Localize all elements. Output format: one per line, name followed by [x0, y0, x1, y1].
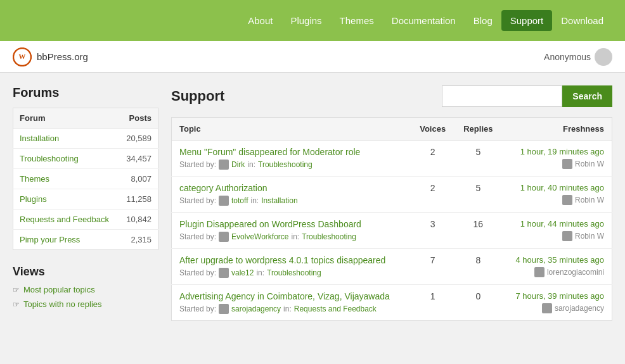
nav-support[interactable]: Support	[501, 10, 553, 31]
nav-themes[interactable]: Themes	[331, 10, 383, 31]
starter-link[interactable]: vale12	[231, 268, 254, 277]
freshness-time: 4 hours, 35 minutes ago	[510, 255, 604, 265]
topic-meta: Started by: sarojadagency in: Requests a…	[179, 304, 403, 314]
topic-title-cell: Menu "Forum" disappeared for Moderator r…	[172, 141, 411, 177]
forums-table: Forum Posts Installation 20,589 Troubles…	[13, 108, 158, 250]
freshness-col-header: Freshness	[502, 118, 612, 141]
forum-category-link[interactable]: Installation	[261, 196, 297, 205]
site-logo[interactable]: W bbPress.org	[13, 47, 88, 66]
view-item: ☞ Most popular topics	[13, 285, 158, 294]
forum-posts-cell: 8,007	[119, 169, 158, 189]
last-user-name: Robin W	[575, 232, 604, 241]
starter-avatar	[219, 232, 229, 242]
freshness-user: Robin W	[510, 195, 604, 205]
forum-link[interactable]: Installation	[20, 134, 59, 143]
forum-link[interactable]: Plugins	[20, 194, 47, 204]
started-by-label: Started by:	[179, 268, 216, 277]
replies-cell: 0	[454, 285, 501, 321]
started-by-label: Started by:	[179, 196, 216, 205]
in-label: in:	[292, 232, 300, 241]
topic-title-link[interactable]: Plugin Disappeared on WordPress Dashboar…	[179, 219, 403, 229]
replies-cell: 5	[454, 141, 501, 177]
search-input[interactable]	[442, 85, 562, 107]
forum-link[interactable]: Pimp your Press	[20, 235, 80, 244]
forum-category-link[interactable]: Troubleshooting	[267, 268, 321, 277]
topic-meta: Started by: vale12 in: Troubleshooting	[179, 268, 403, 278]
starter-link[interactable]: totoff	[231, 196, 248, 205]
in-label: in:	[247, 160, 255, 169]
starter-link[interactable]: EvolveWorkforce	[231, 232, 288, 241]
topic-title-cell: category Authorization Started by: totof…	[172, 177, 411, 213]
topics-table: Topic Voices Replies Freshness Menu "For…	[171, 117, 612, 321]
started-by-label: Started by:	[179, 160, 216, 169]
forum-row: Troubleshooting 34,457	[13, 149, 158, 169]
content-title: Support	[171, 88, 224, 104]
nav-documentation[interactable]: Documentation	[383, 10, 465, 31]
posts-col-header: Posts	[119, 108, 158, 129]
freshness-time: 1 hour, 40 minutes ago	[510, 183, 604, 192]
last-user-name: Robin W	[575, 160, 604, 168]
nav-plugins[interactable]: Plugins	[281, 10, 330, 31]
freshness-time: 1 hour, 44 minutes ago	[510, 219, 604, 229]
forum-link[interactable]: Themes	[20, 174, 49, 184]
freshness-user: sarojadagency	[510, 303, 604, 313]
user-avatar	[595, 48, 612, 66]
topic-row: Menu "Forum" disappeared for Moderator r…	[172, 141, 612, 177]
forum-row: Requests and Feedback 10,842	[13, 210, 158, 230]
nav-download[interactable]: Download	[552, 10, 612, 31]
topic-title-link[interactable]: Advertising Agency in Coimbatore, Vizag,…	[179, 291, 403, 301]
views-list: ☞ Most popular topics ☞ Topics with no r…	[13, 285, 158, 309]
search-form: Search	[442, 85, 612, 107]
last-user-name: lorenzogiacomini	[547, 268, 604, 277]
forum-name-cell: Plugins	[13, 189, 119, 210]
main-layout: Forums Forum Posts Installation 20,589 T…	[0, 73, 625, 334]
starter-link[interactable]: Dirk	[231, 160, 245, 169]
voices-cell: 1	[411, 285, 454, 321]
sidebar: Forums Forum Posts Installation 20,589 T…	[13, 85, 158, 321]
view-link[interactable]: Topics with no replies	[23, 299, 102, 309]
freshness-cell: 1 hour, 40 minutes ago Robin W	[502, 177, 612, 213]
voices-col-header: Voices	[411, 118, 454, 141]
topic-row: After upgrade to wordpress 4.0.1 topics …	[172, 249, 612, 285]
started-by-label: Started by:	[179, 304, 216, 313]
forum-link[interactable]: Troubleshooting	[20, 154, 79, 163]
content-header: Support Search	[171, 85, 612, 107]
forum-col-header: Forum	[13, 108, 119, 129]
pin-icon: ☞	[13, 286, 20, 294]
user-label: Anonymous	[544, 52, 591, 62]
forum-posts-cell: 34,457	[119, 149, 158, 169]
pin-icon: ☞	[13, 300, 20, 309]
replies-cell: 5	[454, 177, 501, 213]
wordpress-icon: W	[13, 47, 32, 66]
forum-link[interactable]: Requests and Feedback	[20, 215, 109, 224]
topic-row: Plugin Disappeared on WordPress Dashboar…	[172, 213, 612, 249]
topic-meta: Started by: Dirk in: Troubleshooting	[179, 160, 403, 170]
topic-title-link[interactable]: category Authorization	[179, 183, 403, 193]
forum-row: Themes 8,007	[13, 169, 158, 189]
forum-name-cell: Pimp your Press	[13, 230, 119, 250]
last-user-avatar	[562, 231, 572, 241]
in-label: in:	[256, 268, 264, 277]
nav-blog[interactable]: Blog	[465, 10, 501, 31]
forum-name-cell: Troubleshooting	[13, 149, 119, 169]
site-name-label: bbPress.org	[37, 51, 88, 62]
voices-cell: 2	[411, 177, 454, 213]
forum-category-link[interactable]: Troubleshooting	[258, 160, 312, 169]
nav-about[interactable]: About	[239, 10, 281, 31]
forums-title: Forums	[13, 85, 158, 100]
forum-category-link[interactable]: Requests and Feedback	[294, 304, 377, 313]
starter-avatar	[219, 196, 229, 206]
content-area: Support Search Topic Voices Replies Fres…	[171, 85, 612, 321]
search-button[interactable]: Search	[562, 85, 612, 107]
forum-posts-cell: 11,258	[119, 189, 158, 210]
topic-title-link[interactable]: After upgrade to wordpress 4.0.1 topics …	[179, 255, 403, 265]
topic-title-link[interactable]: Menu "Forum" disappeared for Moderator r…	[179, 147, 403, 157]
topic-title-cell: Advertising Agency in Coimbatore, Vizag,…	[172, 285, 411, 321]
last-user-avatar	[562, 195, 572, 205]
forum-name-cell: Installation	[13, 129, 119, 149]
starter-link[interactable]: sarojadagency	[231, 304, 281, 313]
view-link[interactable]: Most popular topics	[23, 285, 95, 294]
in-label: in:	[283, 304, 292, 313]
top-nav: About Plugins Themes Documentation Blog …	[0, 0, 625, 41]
forum-category-link[interactable]: Troubleshooting	[302, 232, 356, 241]
